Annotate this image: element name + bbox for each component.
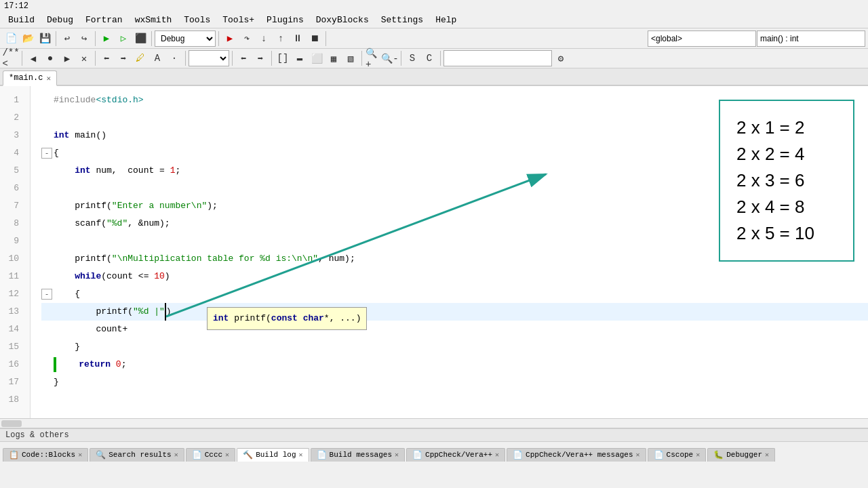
menu-wxsmith[interactable]: wxSmith	[130, 14, 178, 26]
log-tab-cccc[interactable]: 📄 Cccc ✕	[186, 448, 235, 462]
cppcheck-msg-close[interactable]: ✕	[636, 451, 640, 459]
highlight-btn[interactable]: 🖊	[132, 50, 149, 66]
next-bookmark[interactable]: ▶	[59, 50, 75, 66]
log-tab-cppcheck[interactable]: 📄 CppCheck/Vera++ ✕	[406, 448, 505, 462]
cscope-close[interactable]: ✕	[696, 451, 700, 459]
file-tab-close[interactable]: ✕	[46, 74, 51, 83]
function-input[interactable]	[757, 30, 865, 47]
log-tab-debugger[interactable]: 🐛 Debugger ✕	[707, 448, 775, 462]
sep9	[232, 51, 233, 66]
code-editor[interactable]: #include<stdio.h> int main() - { int num…	[31, 86, 868, 418]
menu-tools[interactable]: Tools	[178, 14, 216, 26]
misc3-btn[interactable]: ▦	[326, 50, 342, 66]
menu-fortran[interactable]: Fortran	[80, 14, 128, 26]
menu-settings[interactable]: Settings	[376, 14, 429, 26]
log-tabs: 📋 Code::Blocks ✕ 🔍 Search results ✕ 📄 Cc…	[0, 442, 868, 466]
log-tab-search[interactable]: 🔍 Search results ✕	[90, 448, 184, 462]
build-config-dropdown[interactable]: Debug	[155, 30, 216, 47]
output-line-3: 2 x 3 = 6	[736, 167, 837, 194]
menu-plugins[interactable]: Plugins	[261, 14, 309, 26]
pause-btn[interactable]: ⏸	[290, 30, 306, 47]
log-tab-cppcheck-msg[interactable]: 📄 CppCheck/Vera++ messages ✕	[507, 448, 646, 462]
open-btn[interactable]: 📂	[20, 30, 36, 47]
codeblocks-close[interactable]: ✕	[78, 451, 82, 459]
buildlog-close[interactable]: ✕	[299, 451, 303, 459]
jump-dropdown[interactable]	[189, 50, 229, 66]
log-tab-buildlog[interactable]: 🔨 Build log ✕	[237, 448, 309, 462]
cccc-close[interactable]: ✕	[225, 451, 229, 459]
global-input[interactable]	[648, 30, 756, 47]
sep13	[440, 51, 441, 66]
debug-btn[interactable]: ▶	[222, 30, 238, 47]
run-btn[interactable]: ▷	[115, 30, 132, 47]
autocomplete-popup: int printf(const char*, ...)	[207, 307, 367, 330]
arrow-right-btn[interactable]: ➡	[252, 50, 269, 66]
toolbar2: /** < ◀ ● ▶ ✕ ⬅ ➡ 🖊 A · ⬅ ➡ [] ▬ ⬜ ▦ ▧ 🔍…	[0, 49, 868, 68]
menu-build[interactable]: Build	[3, 14, 40, 26]
log-tab-codeblocks[interactable]: 📋 Code::Blocks ✕	[3, 448, 88, 462]
file-tab-label: *main.c	[9, 73, 43, 83]
menu-debug[interactable]: Debug	[41, 14, 79, 26]
cppcheck-icon: 📄	[412, 450, 422, 460]
zoom-in-btn[interactable]: 🔍+	[365, 50, 381, 66]
step-over-btn[interactable]: ↷	[239, 30, 255, 47]
buildlog-icon: 🔨	[243, 450, 253, 460]
misc-btn[interactable]: ·	[166, 50, 182, 66]
menu-toolsplus[interactable]: Tools+	[217, 14, 260, 26]
debugger-close[interactable]: ✕	[765, 451, 769, 459]
spell-c[interactable]: C	[421, 50, 437, 66]
code-line-12: - {	[41, 285, 868, 303]
cscope-icon: 📄	[654, 450, 664, 460]
fold-marker-12[interactable]: -	[41, 289, 52, 300]
save-btn[interactable]: 💾	[37, 30, 53, 47]
clear-bookmarks[interactable]: ✕	[76, 50, 92, 66]
spell-s[interactable]: S	[404, 50, 420, 66]
stop-debug-btn[interactable]: ⏹	[307, 30, 323, 47]
redo-btn[interactable]: ↪	[76, 30, 92, 47]
jump-fwd[interactable]: ➡	[115, 50, 132, 66]
stop-btn[interactable]: ⬛	[132, 30, 149, 47]
code-line-16: return 0;	[41, 356, 868, 373]
comment-btn[interactable]: /** <	[3, 50, 19, 66]
fold-marker-4[interactable]: -	[41, 148, 52, 159]
block-btn[interactable]: ▬	[292, 50, 308, 66]
code-line-15: }	[41, 338, 868, 356]
bracket-btn[interactable]: []	[275, 50, 291, 66]
arrow-left-btn[interactable]: ⬅	[235, 50, 252, 66]
menu-doxyblocks[interactable]: DoxyBlocks	[311, 14, 374, 26]
editor-area: 1 2 3 4 5 6 7 8 9 10 11 12 13 14 15 16 1…	[0, 86, 868, 418]
jump-back[interactable]: ⬅	[98, 50, 115, 66]
buildmsg-close[interactable]: ✕	[395, 451, 399, 459]
step-into-btn[interactable]: ↓	[256, 30, 272, 47]
step-out-btn[interactable]: ↑	[273, 30, 289, 47]
cppcheck-close[interactable]: ✕	[495, 451, 499, 459]
build-btn[interactable]: ▶	[98, 30, 115, 47]
menu-help[interactable]: Help	[430, 14, 462, 26]
cccc-icon: 📄	[192, 450, 202, 460]
search-close[interactable]: ✕	[174, 451, 178, 459]
sep3	[151, 31, 152, 46]
misc5-btn[interactable]: ⚙	[553, 50, 569, 66]
undo-btn[interactable]: ↩	[59, 30, 75, 47]
code-line-14: count+	[41, 321, 868, 338]
cppcheck-msg-icon: 📄	[513, 450, 523, 460]
add-bookmark[interactable]: ●	[42, 50, 58, 66]
new-btn[interactable]: 📄	[3, 30, 19, 47]
line-numbers: 1 2 3 4 5 6 7 8 9 10 11 12 13 14 15 16 1…	[0, 86, 31, 418]
search-input[interactable]	[443, 50, 552, 66]
output-line-2: 2 x 2 = 4	[736, 141, 837, 167]
log-tab-cscope[interactable]: 📄 Cscope ✕	[648, 448, 707, 462]
log-header: Logs & others	[0, 429, 868, 442]
file-tab-main[interactable]: *main.c ✕	[3, 70, 57, 86]
sep8	[185, 51, 186, 66]
misc4-btn[interactable]: ▧	[342, 50, 359, 66]
sep7	[95, 51, 96, 66]
prev-bookmark[interactable]: ◀	[25, 50, 41, 66]
log-tab-buildmsg[interactable]: 📄 Build messages ✕	[311, 448, 405, 462]
log-area: Logs & others 📋 Code::Blocks ✕ 🔍 Search …	[0, 428, 868, 466]
format-btn[interactable]: A	[149, 50, 165, 66]
titlebar: 17:12	[0, 0, 868, 12]
h-scrollbar-thumb[interactable]	[1, 420, 22, 427]
misc2-btn[interactable]: ⬜	[309, 50, 325, 66]
zoom-out-btn[interactable]: 🔍-	[382, 50, 398, 66]
